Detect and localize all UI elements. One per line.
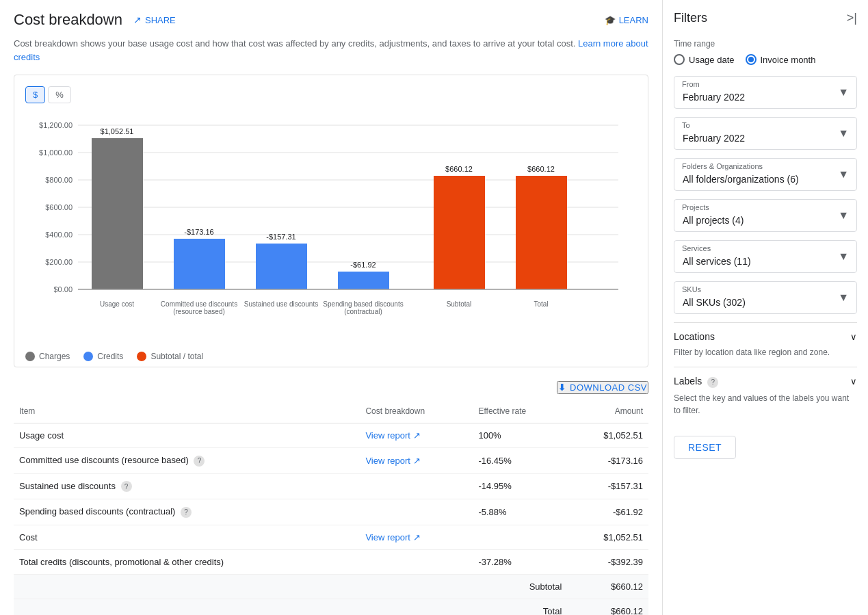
svg-text:-$173.16: -$173.16 <box>184 228 213 236</box>
item-committed: Committed use discounts (resource based)… <box>14 448 360 474</box>
total-row: Total $660.12 <box>14 599 648 615</box>
filters-header: Filters >| <box>674 11 857 25</box>
page-title: Cost breakdown <box>14 11 122 29</box>
description-text: Cost breakdown shows your base usage cos… <box>14 38 575 49</box>
tab-dollar[interactable]: $ <box>25 86 45 103</box>
reset-button[interactable]: RESET <box>674 436 736 459</box>
help-icon-sustained[interactable]: ? <box>121 481 132 492</box>
folders-dropdown-wrapper: Folders & Organizations All folders/orga… <box>674 158 857 191</box>
time-range-section: Time range Usage date Invoice month <box>674 39 857 65</box>
table-header-row: Item Cost breakdown Effective rate Amoun… <box>14 400 648 423</box>
to-dropdown[interactable]: February 2022 <box>674 117 857 150</box>
locations-desc: Filter by location data like region and … <box>674 346 857 358</box>
legend-credits: Credits <box>83 352 123 361</box>
svg-text:Spending based discounts: Spending based discounts <box>323 300 403 308</box>
description: Cost breakdown shows your base usage cos… <box>14 37 648 64</box>
rate-cost <box>473 525 567 549</box>
cost-table: Item Cost breakdown Effective rate Amoun… <box>14 400 648 615</box>
svg-text:Committed use discounts: Committed use discounts <box>161 300 237 308</box>
subtotal-row: Subtotal $660.12 <box>14 574 648 599</box>
folders-dropdown[interactable]: All folders/organizations (6) <box>674 158 857 191</box>
table-row: Spending based discounts (contractual) ?… <box>14 499 648 525</box>
table-section: ⬇ DOWNLOAD CSV Item Cost breakdown Effec… <box>14 381 648 615</box>
total-amount: $660.12 <box>567 599 648 615</box>
subtotal-spacer <box>14 574 360 599</box>
cb-total-credits <box>360 549 473 574</box>
labels-header[interactable]: Labels ? ∨ <box>674 376 857 388</box>
svg-text:$0.00: $0.00 <box>53 285 73 293</box>
download-csv-button[interactable]: ⬇ DOWNLOAD CSV <box>557 381 648 394</box>
external-icon: ↗ <box>413 430 421 441</box>
share-button[interactable]: ↗ SHARE <box>133 14 176 25</box>
labels-help-icon[interactable]: ? <box>707 377 718 388</box>
total-label: Total <box>473 599 567 615</box>
skus-dropdown[interactable]: All SKUs (302) <box>674 281 857 314</box>
legend-charges: Charges <box>25 352 70 361</box>
projects-dropdown[interactable]: All projects (4) <box>674 199 857 232</box>
download-label: DOWNLOAD CSV <box>570 382 647 393</box>
subtotal-spacer2 <box>360 574 473 599</box>
view-report-usage[interactable]: View report ↗ <box>365 430 467 441</box>
svg-text:Subtotal: Subtotal <box>447 300 472 308</box>
skus-dropdown-wrapper: SKUs All SKUs (302) ▼ <box>674 281 857 314</box>
chart-legend: Charges Credits Subtotal / total <box>25 352 637 361</box>
learn-label: LEARN <box>619 15 648 25</box>
rate-spending: -5.88% <box>473 499 567 525</box>
item-spending: Spending based discounts (contractual) ? <box>14 499 360 525</box>
share-icon: ↗ <box>133 14 142 25</box>
cb-cost: View report ↗ <box>360 525 473 549</box>
rate-sustained: -14.95% <box>473 473 567 499</box>
cb-spending <box>360 499 473 525</box>
svg-text:(contractual): (contractual) <box>344 308 382 315</box>
legend-subtotal: Subtotal / total <box>137 352 203 361</box>
cb-usage-cost: View report ↗ <box>360 423 473 448</box>
labels-chevron: ∨ <box>850 376 857 387</box>
svg-rect-21 <box>256 244 307 289</box>
svg-text:$400.00: $400.00 <box>45 231 73 239</box>
collapse-filters-button[interactable]: >| <box>847 11 857 25</box>
cb-committed: View report ↗ <box>360 448 473 474</box>
learn-button[interactable]: 🎓 LEARN <box>605 15 648 25</box>
item-total-credits: Total credits (discounts, promotional & … <box>14 549 360 574</box>
col-item: Item <box>14 400 360 423</box>
filters-panel: Filters >| Time range Usage date Invoice… <box>663 0 868 615</box>
amount-committed: -$173.16 <box>567 448 648 474</box>
svg-text:$800.00: $800.00 <box>45 176 73 184</box>
view-report-committed[interactable]: View report ↗ <box>365 456 467 466</box>
svg-text:(resource based): (resource based) <box>173 308 225 315</box>
credits-label: Credits <box>97 352 123 361</box>
subtotal-amount: $660.12 <box>567 574 648 599</box>
svg-text:Total: Total <box>534 300 548 308</box>
help-icon-committed[interactable]: ? <box>194 456 205 467</box>
page-header: Cost breakdown ↗ SHARE 🎓 LEARN <box>14 11 648 29</box>
chart-tabs: $ % <box>25 86 637 103</box>
radio-circle-usage <box>674 54 685 65</box>
item-cost: Cost <box>14 525 360 549</box>
from-dropdown[interactable]: February 2022 <box>674 76 857 109</box>
table-row: Committed use discounts (resource based)… <box>14 448 648 474</box>
subtotal-label: Subtotal <box>473 574 567 599</box>
cb-sustained <box>360 473 473 499</box>
table-row: Usage cost View report ↗ 100% $1,052.51 <box>14 423 648 448</box>
col-cost-breakdown: Cost breakdown <box>360 400 473 423</box>
services-dropdown[interactable]: All services (11) <box>674 240 857 273</box>
tab-percent[interactable]: % <box>48 86 71 103</box>
item-sustained: Sustained use discounts ? <box>14 473 360 499</box>
radio-usage-date[interactable]: Usage date <box>674 54 735 65</box>
credits-color <box>83 352 93 361</box>
labels-label-text: Labels <box>674 376 702 387</box>
charges-label: Charges <box>39 352 70 361</box>
from-dropdown-wrapper: From February 2022 ▼ <box>674 76 857 109</box>
radio-group-time: Usage date Invoice month <box>674 54 857 65</box>
table-actions: ⬇ DOWNLOAD CSV <box>14 381 648 394</box>
chart-svg: $1,200.00 $1,000.00 $800.00 $600.00 $400… <box>25 112 637 346</box>
invoice-month-label: Invoice month <box>761 55 816 65</box>
radio-invoice-month[interactable]: Invoice month <box>746 54 816 65</box>
total-spacer2 <box>360 599 473 615</box>
locations-header[interactable]: Locations ∨ <box>674 331 857 342</box>
view-report-cost[interactable]: View report ↗ <box>365 532 467 542</box>
help-icon-spending[interactable]: ? <box>181 507 192 518</box>
svg-text:-$61.92: -$61.92 <box>350 261 376 269</box>
learn-icon: 🎓 <box>605 15 616 25</box>
header-left: Cost breakdown ↗ SHARE <box>14 11 176 29</box>
